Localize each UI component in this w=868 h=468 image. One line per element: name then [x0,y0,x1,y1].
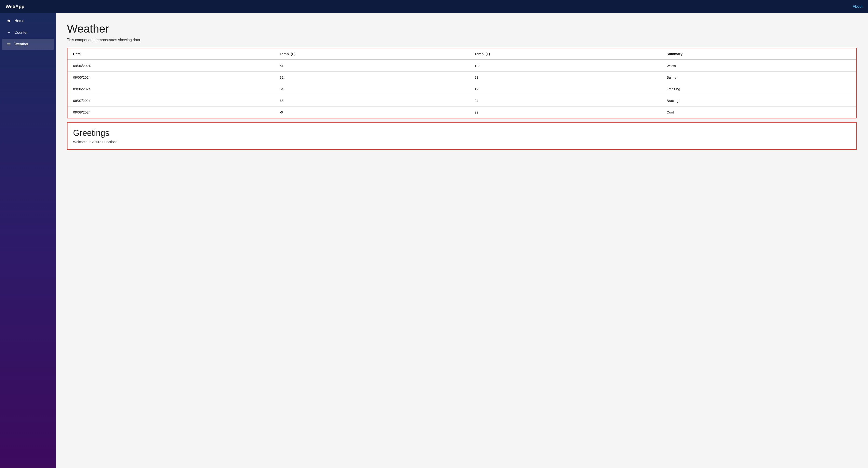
main-layout: Home Counter Weather Weather This compon… [0,13,868,468]
cell-summary: Balmy [661,72,856,83]
cell-date: 09/07/2024 [67,95,274,106]
page-title: Weather [67,22,857,35]
sidebar-home-label: Home [14,19,25,23]
cell-date: 09/04/2024 [67,60,274,72]
col-date: Date [67,48,274,60]
cell-temp_c: 54 [274,83,469,95]
sidebar-weather-label: Weather [14,42,28,46]
table-row: 09/04/202451123Warm [67,60,856,72]
greetings-section: Greetings Welcome to Azure Functions! [67,122,857,150]
sidebar-counter-label: Counter [14,31,28,35]
cell-temp_f: 89 [469,72,661,83]
cell-date: 09/06/2024 [67,83,274,95]
col-summary: Summary [661,48,856,60]
table-header: Date Temp. (C) Temp. (F) Summary [67,48,856,60]
sidebar-item-weather[interactable]: Weather [2,39,54,50]
sidebar-item-home[interactable]: Home [2,15,54,27]
cell-summary: Freezing [661,83,856,95]
cell-temp_c: 35 [274,95,469,106]
table-row: 09/07/20243594Bracing [67,95,856,106]
cell-date: 09/05/2024 [67,72,274,83]
about-link[interactable]: About [852,4,862,9]
content-area: Weather This component demonstrates show… [56,13,868,468]
cell-summary: Bracing [661,95,856,106]
app-title: WebApp [6,4,25,9]
greetings-message: Welcome to Azure Functions! [73,140,851,144]
plus-icon [6,30,11,35]
cell-summary: Warm [661,60,856,72]
col-temp-f: Temp. (F) [469,48,661,60]
table-body: 09/04/202451123Warm09/05/20243289Balmy09… [67,60,856,118]
greetings-title: Greetings [73,128,851,138]
cell-temp_c: 51 [274,60,469,72]
cell-temp_f: 94 [469,95,661,106]
menu-icon [6,42,11,46]
home-icon [6,19,11,23]
cell-temp_f: 22 [469,106,661,118]
cell-temp_c: 32 [274,72,469,83]
col-temp-c: Temp. (C) [274,48,469,60]
cell-temp_c: -6 [274,106,469,118]
weather-table: Date Temp. (C) Temp. (F) Summary 09/04/2… [67,48,856,118]
weather-table-section: Date Temp. (C) Temp. (F) Summary 09/04/2… [67,48,857,119]
table-row: 09/05/20243289Balmy [67,72,856,83]
top-navbar: WebApp About [0,0,868,13]
table-row: 09/08/2024-622Cool [67,106,856,118]
cell-temp_f: 129 [469,83,661,95]
page-subtitle: This component demonstrates showing data… [67,38,857,42]
cell-summary: Cool [661,106,856,118]
table-row: 09/06/202454129Freezing [67,83,856,95]
sidebar: Home Counter Weather [0,13,56,468]
sidebar-item-counter[interactable]: Counter [2,27,54,38]
cell-date: 09/08/2024 [67,106,274,118]
cell-temp_f: 123 [469,60,661,72]
